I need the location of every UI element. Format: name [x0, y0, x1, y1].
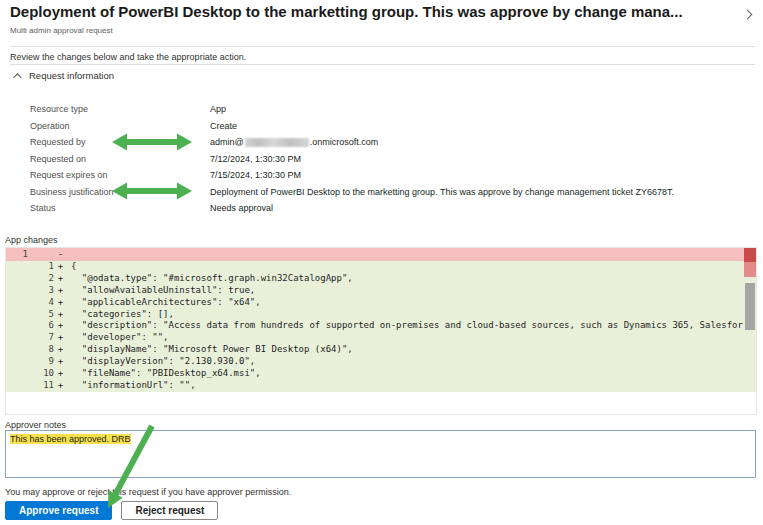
modified-line-number: 5	[28, 309, 54, 321]
diff-code: "fileName": "PBIDesktop_x64.msi",	[67, 368, 756, 380]
modified-line-number: 11	[28, 380, 54, 392]
field-value: 7/12/2024, 1:30:30 PM	[210, 154, 301, 164]
original-line-number	[6, 297, 28, 309]
status-value: Needs approval	[210, 203, 273, 213]
diff-code: "developer": "",	[67, 332, 756, 344]
diff-added-line: 6 + "description": "Access data from hun…	[6, 320, 756, 332]
divider	[10, 46, 755, 47]
added-sign: +	[54, 297, 67, 309]
original-line-number	[6, 368, 28, 380]
removed-sign: -	[54, 248, 67, 261]
diff-code: "allowAvailableUninstall": true,	[67, 285, 756, 297]
field-requested-on: Requested on 7/12/2024, 1:30:30 PM	[30, 154, 753, 171]
field-label: Requested on	[30, 154, 210, 164]
chevron-up-icon[interactable]	[13, 73, 21, 81]
modified-line-number: 3	[28, 285, 54, 297]
modified-line-number: 4	[28, 297, 54, 309]
added-sign: +	[54, 261, 67, 273]
diff-code: "description": "Access data from hundred…	[67, 320, 756, 332]
diff-code: "displayName": "Microsoft Power BI Deskt…	[67, 344, 756, 356]
original-line-number	[6, 344, 28, 356]
diff-code: {	[67, 261, 756, 273]
modified-line-number: 2	[28, 273, 54, 285]
field-operation: Operation Create	[30, 121, 753, 138]
diff-added-line: 11 + "informationUrl": "",	[6, 380, 756, 392]
reject-request-button[interactable]: Reject request	[121, 501, 218, 520]
page-title: Deployment of PowerBI Desktop to the mar…	[10, 3, 733, 20]
diff-added-line: 7 + "developer": "",	[6, 332, 756, 344]
overview-ruler-removed-marker	[744, 248, 756, 262]
field-label: Status	[30, 203, 210, 213]
page-subtitle: Multi admin approval request	[10, 26, 113, 35]
original-line-number	[6, 380, 28, 392]
field-value: Create	[210, 121, 237, 131]
redacted-email-blur	[245, 138, 309, 147]
field-label: Resource type	[30, 104, 210, 114]
diff-code: "applicableArchitectures": "x64",	[67, 297, 756, 309]
modified-line-number: 8	[28, 344, 54, 356]
diff-code: "@odata.type": "#microsoft.graph.win32Ca…	[67, 273, 756, 285]
original-line-number	[6, 273, 28, 285]
diff-added-line: 9 + "displayVersion": "2.130.930.0",	[6, 356, 756, 368]
permission-text: You may approve or reject this request i…	[5, 487, 291, 497]
field-request-expires-on: Request expires on 7/15/2024, 1:30:30 PM	[30, 170, 753, 187]
added-sign: +	[54, 309, 67, 321]
diff-added-line: 1 + {	[6, 261, 756, 273]
original-line-number	[6, 261, 28, 273]
modified-line-number	[28, 248, 54, 261]
approver-notes-input[interactable]: This has been approved. DRB	[5, 430, 756, 478]
diff-added-lines: 1 + { 2 + "@odata.type": "#microsoft.gra…	[6, 261, 756, 392]
app-changes-label: App changes	[5, 235, 58, 245]
field-label: Business justification	[30, 187, 210, 197]
diff-code: "categories": [],	[67, 309, 756, 321]
added-sign: +	[54, 320, 67, 332]
overview-ruler-removed-marker-light	[744, 262, 756, 277]
diff-added-line: 2 + "@odata.type": "#microsoft.graph.win…	[6, 273, 756, 285]
original-line-number	[6, 332, 28, 344]
added-sign: +	[54, 380, 67, 392]
diff-added-line: 8 + "displayName": "Microsoft Power BI D…	[6, 344, 756, 356]
instructions-text: Review the changes below and take the ap…	[10, 52, 246, 62]
scrollbar-thumb[interactable]	[745, 283, 755, 330]
chevron-right-icon[interactable]	[743, 10, 753, 20]
diff-code	[67, 248, 756, 261]
modified-line-number: 6	[28, 320, 54, 332]
added-sign: +	[54, 285, 67, 297]
added-sign: +	[54, 273, 67, 285]
app-changes-diff-viewer[interactable]: 1 - 1 + { 2 + "@odata.type": "#microsoft	[5, 247, 757, 415]
multi-admin-approval-page: Deployment of PowerBI Desktop to the mar…	[0, 0, 763, 525]
diff-added-line: 5 + "categories": [],	[6, 309, 756, 321]
modified-line-number: 1	[28, 261, 54, 273]
request-info-fields: Resource type App Operation Create Reque…	[30, 104, 753, 220]
field-value: 7/15/2024, 1:30:30 PM	[210, 170, 301, 180]
approve-request-button[interactable]: Approve request	[5, 501, 112, 520]
diff-code: "informationUrl": "",	[67, 380, 756, 392]
modified-line-number: 7	[28, 332, 54, 344]
approver-notes-label: Approver notes	[5, 420, 66, 430]
original-line-number: 1	[6, 248, 28, 261]
original-line-number	[6, 309, 28, 321]
field-value: App	[210, 104, 226, 114]
field-label: Requested by	[30, 137, 210, 147]
field-business-justification: Business justification Deployment of Pow…	[30, 187, 753, 204]
divider	[10, 64, 755, 65]
added-sign: +	[54, 332, 67, 344]
field-resource-type: Resource type App	[30, 104, 753, 121]
field-value: Deployment of PowerBI Desktop to the mar…	[210, 187, 674, 197]
section-title: Request information	[29, 70, 114, 81]
request-information-section-header[interactable]: Request information	[13, 70, 114, 81]
diff-removed-line: 1 -	[6, 248, 756, 261]
field-requested-by: Requested by admin@.onmicrosoft.com	[30, 137, 753, 154]
action-buttons: Approve request Reject request	[5, 501, 218, 520]
diff-scrollbar	[744, 248, 756, 414]
field-label: Request expires on	[30, 170, 210, 180]
original-line-number	[6, 285, 28, 297]
modified-line-number: 10	[28, 368, 54, 380]
added-sign: +	[54, 344, 67, 356]
diff-added-line: 4 + "applicableArchitectures": "x64",	[6, 297, 756, 309]
approver-notes-text: This has been approved. DRB	[10, 434, 131, 444]
field-status: Status Needs approval	[30, 203, 753, 220]
added-sign: +	[54, 356, 67, 368]
field-value: admin@.onmicrosoft.com	[210, 137, 378, 148]
field-label: Operation	[30, 121, 210, 131]
